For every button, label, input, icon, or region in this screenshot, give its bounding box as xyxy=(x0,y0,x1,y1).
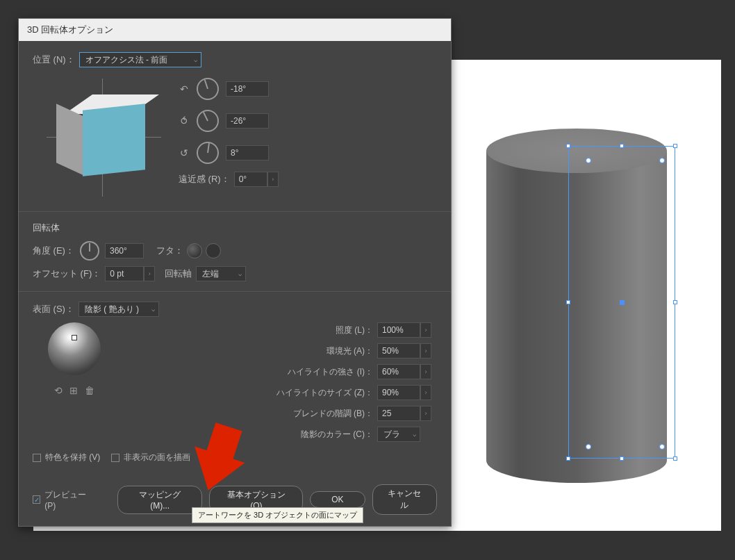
stepper[interactable]: › xyxy=(420,364,431,379)
chevron-down-icon: ⌵ xyxy=(238,270,242,277)
highlight-size-label: ハイライトのサイズ (Z)： xyxy=(276,387,373,399)
angle-label: 角度 (E)： xyxy=(33,245,74,257)
preserve-spot-checkbox[interactable]: 特色を保持 (V) xyxy=(33,452,100,463)
angle-input[interactable] xyxy=(105,243,144,258)
ok-button[interactable]: OK xyxy=(310,491,365,508)
rotate-x-icon: ↶ xyxy=(179,83,190,94)
offset-label: オフセット (F)： xyxy=(33,267,101,280)
position-label: 位置 (N)： xyxy=(33,53,75,66)
chevron-down-icon: ⌵ xyxy=(413,431,416,438)
highlight-intensity-input[interactable] xyxy=(377,364,420,379)
axis-dropdown[interactable]: 左端⌵ xyxy=(196,266,246,281)
cap-off-button[interactable] xyxy=(206,243,221,258)
rotate-y-input[interactable] xyxy=(226,113,269,129)
offset-stepper[interactable]: › xyxy=(144,266,155,281)
dialog-title: 3D 回転体オプション xyxy=(19,19,451,41)
light-back-icon[interactable]: ⟲ xyxy=(54,385,63,396)
blend-steps-input[interactable] xyxy=(377,406,420,421)
surface-label: 表面 (S)： xyxy=(33,303,74,315)
angle-dial[interactable] xyxy=(80,241,99,261)
preview-checkbox[interactable]: ✓プレビュー (P) xyxy=(33,489,95,511)
shade-color-dropdown[interactable]: ブラ⌵ xyxy=(377,427,420,442)
rotate-z-icon: ↺ xyxy=(179,147,190,158)
shade-color-label: 陰影のカラー (C)： xyxy=(301,429,373,440)
offset-input[interactable] xyxy=(105,266,144,281)
highlight-size-input[interactable] xyxy=(377,385,420,400)
light-intensity-label: 照度 (L)： xyxy=(336,324,373,336)
light-sphere[interactable] xyxy=(48,322,101,375)
chevron-down-icon: ⌵ xyxy=(151,306,155,313)
chevron-down-icon: ⌵ xyxy=(194,56,197,63)
cancel-button[interactable]: キャンセル xyxy=(372,484,437,515)
highlight-intensity-label: ハイライトの強さ (I)： xyxy=(288,366,373,378)
rotate-z-dial[interactable] xyxy=(197,142,219,164)
tooltip: アートワークを 3D オブジェクトの面にマップ xyxy=(192,507,363,523)
rotate-x-input[interactable] xyxy=(226,81,269,97)
rotate-y-icon: ⥀ xyxy=(179,115,190,126)
surface-dropdown[interactable]: 陰影 ( 艶あり )⌵ xyxy=(79,302,159,317)
ambient-label: 環境光 (A)： xyxy=(327,345,373,357)
revolve-section-title: 回転体 xyxy=(33,222,437,234)
cap-label: フタ： xyxy=(156,245,183,257)
rotation-cube-preview[interactable] xyxy=(33,73,172,201)
stepper[interactable]: › xyxy=(420,322,431,338)
draw-hidden-checkbox[interactable]: 非表示の面を描画 xyxy=(111,452,190,463)
ambient-input[interactable] xyxy=(377,343,420,359)
selection-box[interactable] xyxy=(568,146,675,459)
light-add-icon[interactable]: ⊞ xyxy=(69,385,78,396)
light-intensity-input[interactable] xyxy=(377,322,420,338)
stepper[interactable]: › xyxy=(420,343,431,359)
blend-steps-label: ブレンドの階調 (B)： xyxy=(293,408,373,420)
stepper[interactable]: › xyxy=(420,385,431,400)
light-delete-icon[interactable]: 🗑 xyxy=(85,385,94,396)
cap-on-button[interactable] xyxy=(187,243,202,258)
perspective-input[interactable] xyxy=(234,172,267,187)
position-dropdown[interactable]: オフアクシス法 - 前面⌵ xyxy=(79,52,201,67)
rotate-z-input[interactable] xyxy=(226,145,269,160)
perspective-label: 遠近感 (R)： xyxy=(179,173,230,186)
perspective-stepper[interactable]: › xyxy=(267,172,279,187)
stepper[interactable]: › xyxy=(420,406,431,421)
rotate-x-dial[interactable] xyxy=(197,78,219,100)
rotate-y-dial[interactable] xyxy=(197,110,219,132)
map-art-button[interactable]: マッピング (M)... xyxy=(117,486,202,514)
light-point[interactable] xyxy=(72,335,77,340)
axis-label: 回転軸 xyxy=(165,267,192,280)
